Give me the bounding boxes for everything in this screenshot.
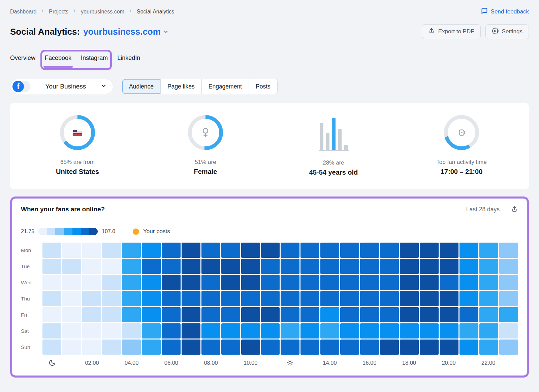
- heatmap-cell[interactable]: [162, 291, 181, 306]
- heatmap-cell[interactable]: [499, 323, 518, 338]
- heatmap-cell[interactable]: [62, 291, 81, 306]
- heatmap-cell[interactable]: [300, 323, 319, 338]
- project-selector[interactable]: yourbusiness.com: [83, 27, 169, 37]
- heatmap-cell[interactable]: [340, 307, 359, 322]
- heatmap-cell[interactable]: [182, 291, 200, 306]
- heatmap-cell[interactable]: [440, 291, 458, 306]
- heatmap-cell[interactable]: [261, 323, 280, 338]
- heatmap-cell[interactable]: [400, 307, 419, 322]
- heatmap-cell[interactable]: [241, 291, 260, 306]
- breadcrumb-project[interactable]: yourbusiness.com: [81, 9, 124, 15]
- heatmap-cell[interactable]: [499, 291, 518, 306]
- heatmap-cell[interactable]: [201, 259, 220, 274]
- heatmap-cell[interactable]: [102, 275, 121, 290]
- heatmap-cell[interactable]: [142, 275, 161, 290]
- heatmap-cell[interactable]: [320, 291, 339, 306]
- heatmap-cell[interactable]: [300, 243, 319, 258]
- facebook-profile-selector[interactable]: f Your Business: [10, 79, 113, 94]
- heatmap-cell[interactable]: [400, 259, 419, 274]
- tab-facebook[interactable]: Facebook: [45, 55, 71, 67]
- heatmap-cell[interactable]: [459, 243, 478, 258]
- heatmap-cell[interactable]: [122, 307, 141, 322]
- heatmap-cell[interactable]: [42, 275, 61, 290]
- heatmap-cell[interactable]: [360, 243, 379, 258]
- heatmap-cell[interactable]: [499, 275, 518, 290]
- heatmap-cell[interactable]: [221, 275, 240, 290]
- heatmap-cell[interactable]: [499, 307, 518, 322]
- heatmap-cell[interactable]: [142, 243, 161, 258]
- heatmap-cell[interactable]: [281, 340, 299, 355]
- heatmap-cell[interactable]: [420, 243, 439, 258]
- heatmap-cell[interactable]: [281, 275, 299, 290]
- heatmap-cell[interactable]: [479, 259, 498, 274]
- heatmap-cell[interactable]: [182, 243, 200, 258]
- heatmap-cell[interactable]: [440, 243, 458, 258]
- heatmap-cell[interactable]: [241, 259, 260, 274]
- heatmap-cell[interactable]: [62, 259, 81, 274]
- heatmap-cell[interactable]: [241, 243, 260, 258]
- heatmap-cell[interactable]: [82, 243, 101, 258]
- heatmap-cell[interactable]: [201, 243, 220, 258]
- heatmap-cell[interactable]: [459, 259, 478, 274]
- heatmap-cell[interactable]: [380, 259, 399, 274]
- heatmap-cell[interactable]: [201, 323, 220, 338]
- heatmap-cell[interactable]: [201, 340, 220, 355]
- heatmap-cell[interactable]: [400, 291, 419, 306]
- heatmap-cell[interactable]: [62, 307, 81, 322]
- heatmap-cell[interactable]: [261, 243, 280, 258]
- heatmap-cell[interactable]: [182, 275, 200, 290]
- heatmap-cell[interactable]: [162, 259, 181, 274]
- heatmap-cell[interactable]: [479, 243, 498, 258]
- heatmap-cell[interactable]: [261, 275, 280, 290]
- heatmap-cell[interactable]: [300, 291, 319, 306]
- heatmap-cell[interactable]: [340, 323, 359, 338]
- heatmap-cell[interactable]: [340, 275, 359, 290]
- heatmap-cell[interactable]: [82, 340, 101, 355]
- heatmap-cell[interactable]: [281, 307, 299, 322]
- heatmap-cell[interactable]: [42, 307, 61, 322]
- heatmap-cell[interactable]: [400, 340, 419, 355]
- heatmap-cell[interactable]: [300, 340, 319, 355]
- heatmap-cell[interactable]: [479, 340, 498, 355]
- breadcrumb-projects[interactable]: Projects: [49, 9, 68, 15]
- heatmap-cell[interactable]: [42, 259, 61, 274]
- heatmap-cell[interactable]: [221, 323, 240, 338]
- heatmap-cell[interactable]: [459, 307, 478, 322]
- heatmap-cell[interactable]: [82, 275, 101, 290]
- heatmap-cell[interactable]: [82, 307, 101, 322]
- heatmap-cell[interactable]: [440, 323, 458, 338]
- heatmap-cell[interactable]: [340, 259, 359, 274]
- heatmap-cell[interactable]: [102, 307, 121, 322]
- subtab-posts[interactable]: Posts: [249, 79, 277, 94]
- heatmap-cell[interactable]: [440, 340, 458, 355]
- heatmap-cell[interactable]: [320, 340, 339, 355]
- heatmap-cell[interactable]: [142, 291, 161, 306]
- heatmap-cell[interactable]: [380, 243, 399, 258]
- heatmap-cell[interactable]: [360, 340, 379, 355]
- heatmap-cell[interactable]: [320, 307, 339, 322]
- heatmap-cell[interactable]: [241, 340, 260, 355]
- settings-button[interactable]: Settings: [485, 24, 529, 39]
- heatmap-cell[interactable]: [380, 307, 399, 322]
- heatmap-cell[interactable]: [241, 275, 260, 290]
- export-to-pdf-button[interactable]: Export to PDF: [422, 24, 481, 39]
- heatmap-cell[interactable]: [420, 275, 439, 290]
- heatmap-cell[interactable]: [102, 291, 121, 306]
- heatmap-cell[interactable]: [162, 340, 181, 355]
- heatmap-cell[interactable]: [62, 323, 81, 338]
- heatmap-cell[interactable]: [380, 275, 399, 290]
- heatmap-cell[interactable]: [300, 307, 319, 322]
- heatmap-cell[interactable]: [201, 275, 220, 290]
- heatmap-cell[interactable]: [440, 275, 458, 290]
- tab-instagram[interactable]: Instagram: [81, 55, 108, 67]
- heatmap-cell[interactable]: [340, 291, 359, 306]
- heatmap-cell[interactable]: [241, 307, 260, 322]
- heatmap-cell[interactable]: [420, 307, 439, 322]
- heatmap-cell[interactable]: [420, 340, 439, 355]
- heatmap-cell[interactable]: [221, 259, 240, 274]
- heatmap-cell[interactable]: [400, 323, 419, 338]
- heatmap-cell[interactable]: [42, 340, 61, 355]
- heatmap-cell[interactable]: [499, 340, 518, 355]
- heatmap-cell[interactable]: [102, 259, 121, 274]
- heatmap-cell[interactable]: [420, 323, 439, 338]
